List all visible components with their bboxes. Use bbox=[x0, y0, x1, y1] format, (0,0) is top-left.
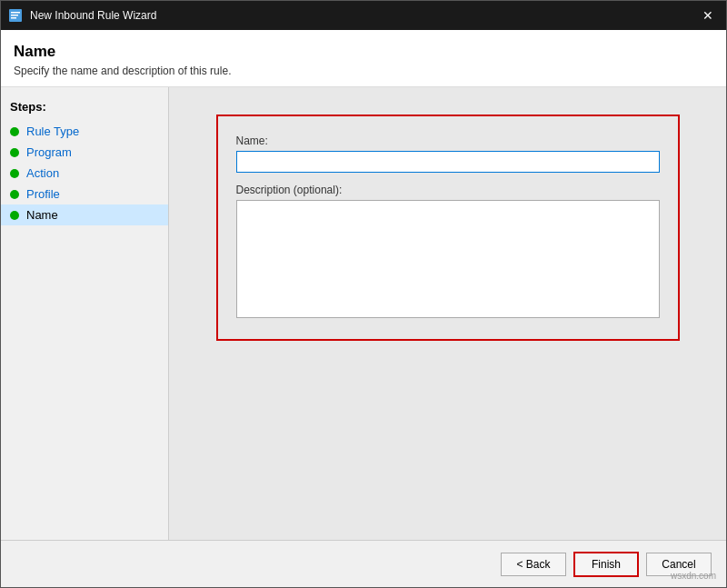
svg-rect-3 bbox=[11, 17, 16, 19]
title-bar: New Inbound Rule Wizard ✕ bbox=[1, 1, 726, 30]
window-title: New Inbound Rule Wizard bbox=[30, 9, 697, 22]
sidebar-item-label-name: Name bbox=[26, 208, 58, 222]
form-panel: Name: Description (optional): bbox=[216, 115, 680, 341]
wizard-icon bbox=[8, 8, 23, 23]
description-label: Description (optional): bbox=[236, 184, 660, 196]
sidebar-item-label-rule-type: Rule Type bbox=[26, 125, 79, 138]
sidebar-item-name[interactable]: Name bbox=[1, 204, 168, 225]
step-dot-profile bbox=[10, 190, 19, 199]
back-button[interactable]: < Back bbox=[501, 553, 566, 576]
page-title: Name bbox=[14, 43, 713, 61]
name-label: Name: bbox=[236, 135, 660, 147]
footer: < Back Finish Cancel bbox=[1, 540, 726, 587]
sidebar-item-rule-type[interactable]: Rule Type bbox=[1, 121, 168, 142]
finish-button[interactable]: Finish bbox=[573, 552, 639, 577]
sidebar-item-program[interactable]: Program bbox=[1, 142, 168, 163]
sidebar-item-label-profile: Profile bbox=[26, 187, 60, 201]
content-area: Name: Description (optional): bbox=[169, 87, 726, 540]
close-button[interactable]: ✕ bbox=[697, 5, 719, 26]
page-subtitle: Specify the name and description of this… bbox=[14, 65, 713, 77]
sidebar-item-profile[interactable]: Profile bbox=[1, 184, 168, 204]
step-dot-name bbox=[10, 211, 19, 220]
wizard-window: New Inbound Rule Wizard ✕ Name Specify t… bbox=[0, 0, 727, 588]
name-input[interactable] bbox=[236, 151, 660, 173]
svg-rect-1 bbox=[11, 12, 20, 14]
svg-rect-2 bbox=[11, 15, 18, 16]
step-dot-action bbox=[10, 169, 19, 178]
sidebar: Steps: Rule Type Program Action Profile bbox=[1, 87, 169, 540]
window-content: Name Specify the name and description of… bbox=[1, 30, 726, 540]
description-textarea[interactable] bbox=[236, 200, 660, 318]
sidebar-item-label-program: Program bbox=[26, 145, 72, 159]
sidebar-item-action[interactable]: Action bbox=[1, 163, 168, 184]
watermark: wsxdn.com bbox=[671, 571, 716, 581]
sidebar-item-label-action: Action bbox=[26, 166, 59, 180]
header-section: Name Specify the name and description of… bbox=[1, 30, 726, 87]
steps-label: Steps: bbox=[1, 96, 168, 121]
step-dot-program bbox=[10, 148, 19, 157]
step-dot-rule-type bbox=[10, 127, 19, 136]
main-area: Steps: Rule Type Program Action Profile bbox=[1, 87, 726, 540]
